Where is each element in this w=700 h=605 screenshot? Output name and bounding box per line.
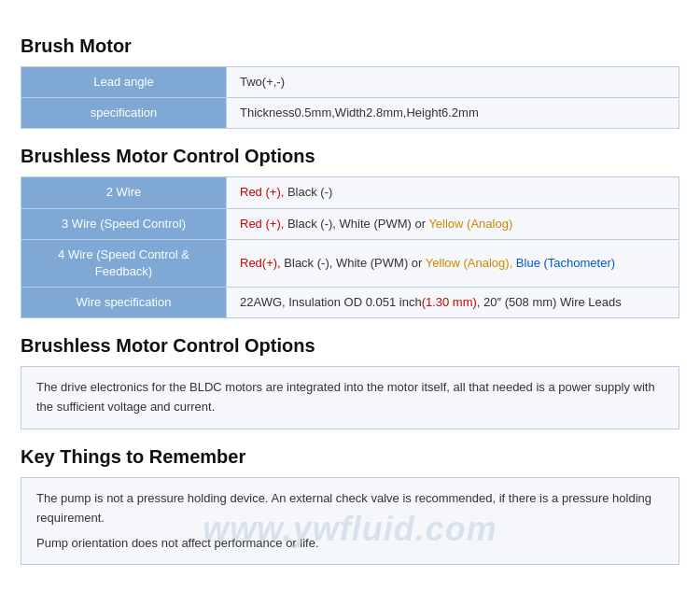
blue-text: Blue (Tachometer) [516, 256, 615, 270]
2wire-label: 2 Wire [21, 177, 227, 208]
key-things-line1: The pump is not a pressure holding devic… [36, 489, 664, 528]
3wire-label: 3 Wire (Speed Control) [21, 208, 227, 239]
table-row: Wire specification 22AWG, Insulation OD … [21, 288, 679, 318]
brushless-description-text: The drive electronics for the BLDC motor… [36, 380, 655, 414]
brush-motor-table: Lead angle Two(+,-) specification Thickn… [21, 66, 679, 129]
table-row: Lead angle Two(+,-) [21, 67, 679, 98]
3wire-value: Red (+), Black (-), White (PWM) or Yello… [227, 208, 679, 239]
brushless-control-table: 2 Wire Red (+), Black (-) 3 Wire (Speed … [21, 176, 679, 318]
4wire-value: Red(+), Black (-), White (PWM) or Yellow… [227, 239, 679, 287]
brush-motor-title: Brush Motor [21, 35, 679, 57]
white-text: White (PWM) or [340, 217, 429, 231]
table-row: 3 Wire (Speed Control) Red (+), Black (-… [21, 208, 679, 239]
4wire-label: 4 Wire (Speed Control & Feedback) [21, 239, 227, 287]
red-text: Red (+), [240, 185, 287, 199]
brushless-description-box: The drive electronics for the BLDC motor… [21, 366, 679, 429]
white-text: White (PWM) or [336, 256, 426, 270]
red-text: Red(+), [240, 256, 284, 270]
specification-label: specification [21, 98, 227, 129]
lead-angle-value: Two(+,-) [227, 67, 679, 98]
wire-spec-text1: 22AWG, Insulation OD 0.051 inch [240, 295, 422, 309]
key-things-title: Key Things to Remember [21, 446, 679, 468]
2wire-value: Red (+), Black (-) [227, 177, 679, 208]
brushless-control-title: Brushless Motor Control Options [21, 146, 679, 167]
table-row: 2 Wire Red (+), Black (-) [21, 177, 679, 208]
lead-angle-label: Lead angle [21, 67, 227, 98]
brushless-desc-title: Brushless Motor Control Options [21, 335, 679, 357]
yellow-text: Yellow (Analog), [426, 256, 516, 270]
wire-spec-label: Wire specification [21, 288, 227, 318]
red-text: Red (+), [240, 217, 287, 231]
wire-spec-text2: (1.30 mm) [422, 295, 477, 309]
table-row: specification Thickness0.5mm,Width2.8mm,… [21, 98, 679, 129]
yellow-text: Yellow (Analog) [428, 217, 512, 231]
black-text: Black (-) [287, 185, 332, 199]
black-text: Black (-), [284, 256, 336, 270]
wire-spec-value: 22AWG, Insulation OD 0.051 inch(1.30 mm)… [227, 288, 679, 318]
key-things-box: The pump is not a pressure holding devic… [21, 477, 679, 565]
wire-spec-text3: , 20″ (508 mm) Wire Leads [477, 295, 622, 309]
black-text: Black (-), [287, 217, 340, 231]
table-row: 4 Wire (Speed Control & Feedback) Red(+)… [21, 239, 679, 287]
specification-value: Thickness0.5mm,Width2.8mm,Height6.2mm [227, 98, 679, 129]
key-things-line2: Pump orientation does not affect perform… [36, 534, 664, 554]
